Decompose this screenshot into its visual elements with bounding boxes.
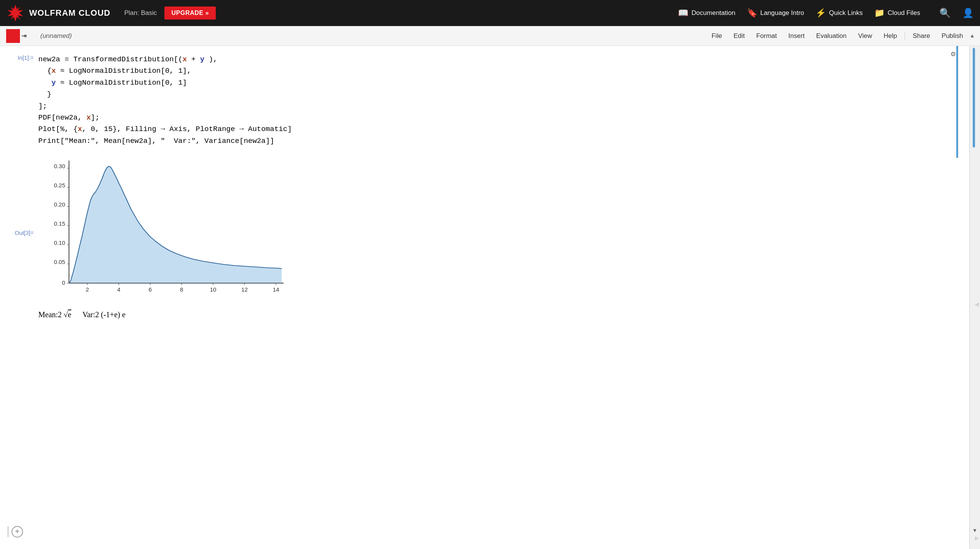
- svg-text:8: 8: [180, 286, 183, 293]
- menu-help[interactable]: Help: [878, 30, 902, 42]
- wolfram-snowflake-icon: [6, 4, 25, 22]
- scroll-indicator[interactable]: [973, 48, 975, 147]
- mean-label: Mean:2: [38, 310, 62, 319]
- svg-text:0.15: 0.15: [54, 220, 65, 227]
- cell-bracket-end: [956, 157, 958, 158]
- wolfram-logo[interactable]: WOLFRAM CLOUD: [6, 4, 110, 22]
- nav-link-quick-links[interactable]: ⚡ Quick Links: [816, 8, 863, 18]
- menu-edit[interactable]: Edit: [728, 30, 750, 42]
- notebook-area: ⚙ In[1]:= new2a = TransformedDistributio…: [0, 46, 969, 549]
- svg-text:0.05: 0.05: [54, 259, 65, 265]
- menu-bar: ⇥ (unnamed) File Edit Format Insert Eval…: [0, 26, 980, 46]
- input-cell: In[1]:= new2a = TransformedDistribution[…: [8, 54, 946, 147]
- var-label: Var:2 (-1+e) e: [82, 310, 125, 319]
- right-scrollbar: ▼ ◁ ▷: [969, 46, 980, 549]
- menu-insert[interactable]: Insert: [783, 30, 810, 42]
- menu-evaluation[interactable]: Evaluation: [811, 30, 852, 42]
- search-icon[interactable]: 🔍: [939, 8, 951, 19]
- input-code[interactable]: new2a = TransformedDistribution[(x + y )…: [38, 54, 946, 147]
- chart-container: 0 0.05 0.10 0.15 0.20 0.25 0.30: [38, 157, 284, 319]
- nav-links: 📖 Documentation 🔖 Language Intro ⚡ Quick…: [678, 8, 974, 19]
- publish-button[interactable]: Publish: [936, 30, 969, 42]
- output-cell: Out[3]= 0 0.05 0.10 0.15 0.20 0.25 0.30: [8, 153, 946, 319]
- collapse-right-icon[interactable]: ◁: [975, 301, 978, 308]
- svg-text:2: 2: [86, 286, 89, 293]
- upload-icon[interactable]: ⇥: [21, 31, 26, 41]
- svg-marker-1: [9, 32, 17, 39]
- svg-text:0: 0: [62, 279, 65, 286]
- menu-file[interactable]: File: [706, 30, 727, 42]
- svg-text:6: 6: [149, 286, 152, 293]
- svg-text:0.10: 0.10: [54, 239, 65, 246]
- svg-text:0.25: 0.25: [54, 182, 65, 188]
- nav-link-language-intro[interactable]: 🔖 Language Intro: [747, 8, 804, 18]
- svg-text:0.20: 0.20: [54, 201, 65, 208]
- pdf-chart: 0 0.05 0.10 0.15 0.20 0.25 0.30: [38, 157, 284, 302]
- svg-text:12: 12: [241, 286, 248, 293]
- add-cell-area: +: [8, 526, 23, 538]
- menu-separator: [904, 31, 905, 41]
- cloud-files-icon: 📁: [874, 8, 885, 18]
- nav-link-language-intro-label: Language Intro: [760, 9, 804, 17]
- output-text: Mean:2 √e Var:2 (-1+e) e: [38, 310, 284, 319]
- code-block: new2a = TransformedDistribution[(x + y )…: [38, 54, 946, 147]
- add-cell-button[interactable]: +: [11, 526, 23, 538]
- notebook-icon: [6, 29, 20, 43]
- nav-link-documentation-label: Documentation: [691, 9, 735, 17]
- menu-items: File Edit Format Insert Evaluation View …: [706, 30, 974, 42]
- language-intro-icon: 🔖: [747, 8, 757, 18]
- nav-link-documentation[interactable]: 📖 Documentation: [678, 8, 735, 18]
- chevron-up-icon: ▲: [971, 33, 974, 39]
- upgrade-button[interactable]: UPGRADE »: [164, 7, 216, 20]
- svg-text:4: 4: [117, 286, 120, 293]
- nav-link-quick-links-label: Quick Links: [829, 9, 863, 17]
- svg-text:10: 10: [210, 286, 217, 293]
- svg-marker-0: [8, 5, 23, 21]
- nav-link-cloud-files-label: Cloud Files: [888, 9, 920, 17]
- user-icon[interactable]: 👤: [962, 8, 974, 19]
- svg-text:0.30: 0.30: [54, 163, 65, 169]
- sqrt-e: √e: [64, 310, 71, 319]
- menu-view[interactable]: View: [853, 30, 878, 42]
- wolfram-brand-name: WOLFRAM CLOUD: [29, 8, 110, 18]
- menu-format[interactable]: Format: [751, 30, 782, 42]
- settings-icon[interactable]: ⚙: [951, 49, 955, 59]
- output-label: Out[3]=: [8, 153, 38, 236]
- scroll-down-arrow[interactable]: ▼: [973, 528, 976, 534]
- add-cell-line: [8, 526, 8, 537]
- main-content: ⚙ In[1]:= new2a = TransformedDistributio…: [0, 46, 980, 549]
- documentation-icon: 📖: [678, 8, 688, 18]
- collapse-bottom-icon[interactable]: ▷: [975, 535, 978, 541]
- share-button[interactable]: Share: [907, 30, 935, 42]
- top-navigation: WOLFRAM CLOUD Plan: Basic UPGRADE » 📖 Do…: [0, 0, 980, 26]
- input-label: In[1]:=: [8, 54, 38, 61]
- quick-links-icon: ⚡: [816, 8, 826, 18]
- document-title: (unnamed): [40, 32, 72, 40]
- svg-text:14: 14: [273, 286, 279, 293]
- cell-bracket-top: [956, 46, 958, 157]
- nav-link-cloud-files[interactable]: 📁 Cloud Files: [874, 8, 920, 18]
- plan-info: Plan: Basic: [124, 9, 157, 17]
